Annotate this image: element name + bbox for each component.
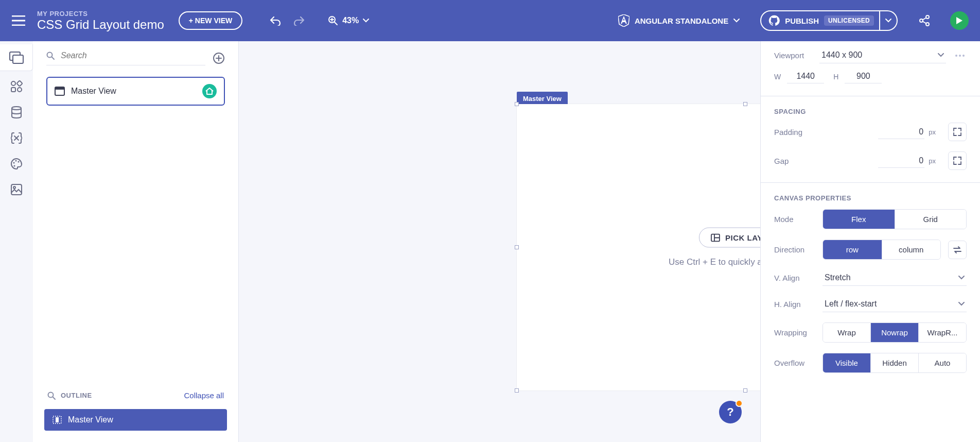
breadcrumb[interactable]: MY PROJECTS: [37, 10, 164, 18]
outline-item-label: Master View: [68, 415, 113, 424]
chevron-down-icon: [885, 19, 891, 23]
mode-flex-button[interactable]: Flex: [823, 210, 895, 229]
svg-rect-15: [11, 184, 22, 195]
view-item-master[interactable]: Master View: [46, 77, 225, 106]
svg-rect-8: [11, 88, 15, 92]
height-input[interactable]: [845, 70, 882, 83]
valign-select[interactable]: Stretch: [822, 270, 967, 286]
svg-point-3: [926, 23, 929, 26]
outline-item-master[interactable]: Master View: [44, 409, 227, 431]
publish-label: PUBLISH: [785, 16, 819, 25]
svg-point-1: [920, 19, 923, 22]
play-icon: [956, 16, 963, 25]
chevron-down-icon: [363, 19, 369, 23]
canvas[interactable]: Master View PICK LAYOUT Use Ctrl + E to …: [239, 41, 760, 442]
svg-rect-5: [13, 55, 23, 63]
svg-rect-23: [56, 417, 59, 422]
viewport-select[interactable]: 1440 x 900: [819, 47, 946, 63]
framework-select[interactable]: ANGULAR STANDALONE: [618, 14, 740, 27]
svg-point-14: [14, 165, 15, 167]
overflow-label: Overflow: [774, 359, 815, 367]
help-icon: ?: [727, 405, 733, 419]
direction-row-button[interactable]: row: [823, 240, 882, 259]
search-field[interactable]: [46, 50, 205, 65]
new-view-label: + NEW VIEW: [189, 16, 232, 25]
halign-select[interactable]: Left / flex-start: [822, 296, 967, 312]
svg-point-17: [47, 53, 52, 58]
rail-assets-tab[interactable]: [6, 179, 27, 200]
svg-point-13: [18, 161, 20, 163]
search-input[interactable]: [60, 50, 205, 61]
add-view-button[interactable]: [213, 52, 225, 64]
direction-swap-button[interactable]: [948, 241, 967, 259]
overflow-auto-button[interactable]: Auto: [918, 353, 966, 372]
views-panel: Master View OUTLINE Collapse all Master …: [33, 41, 239, 442]
publish-dropdown[interactable]: [880, 10, 898, 31]
rail-components-tab[interactable]: [6, 76, 27, 97]
resize-handle[interactable]: [743, 102, 747, 106]
padding-label: Padding: [774, 128, 815, 137]
zoom-control[interactable]: 43%: [328, 15, 369, 26]
rail-theme-tab[interactable]: [6, 154, 27, 174]
overflow-visible-button[interactable]: Visible: [823, 353, 870, 372]
home-badge[interactable]: [202, 84, 217, 98]
svg-point-25: [955, 55, 957, 57]
resize-handle[interactable]: [515, 245, 519, 249]
overflow-hidden-button[interactable]: Hidden: [870, 353, 918, 372]
direction-column-button[interactable]: column: [882, 240, 941, 259]
notification-dot: [736, 400, 743, 407]
width-label: W: [774, 73, 781, 81]
svg-rect-7: [16, 80, 22, 86]
gap-input[interactable]: [878, 154, 924, 168]
publish-button[interactable]: PUBLISH UNLICENSED: [760, 10, 880, 31]
valign-value: Stretch: [825, 273, 851, 282]
share-icon[interactable]: [917, 13, 932, 28]
expand-icon: [953, 156, 962, 165]
resize-handle[interactable]: [515, 102, 519, 106]
wrap-button[interactable]: Wrap: [823, 323, 870, 342]
canvas-props-title: CANVAS PROPERTIES: [761, 187, 980, 204]
rail-views-tab[interactable]: [0, 44, 33, 71]
nowrap-button[interactable]: Nowrap: [870, 323, 918, 342]
artboard-tag[interactable]: Master View: [517, 92, 568, 106]
wrapreverse-button[interactable]: WrapR...: [918, 323, 966, 342]
halign-label: H. Align: [774, 300, 815, 309]
title-block: MY PROJECTS CSS Grid Layout demo: [37, 10, 164, 32]
mode-grid-button[interactable]: Grid: [895, 210, 967, 229]
preview-button[interactable]: [950, 11, 969, 30]
resize-handle[interactable]: [515, 388, 519, 393]
gap-unit: px: [929, 157, 936, 165]
artboard[interactable]: PICK LAYOUT Use Ctrl + E to quickly add …: [517, 104, 760, 390]
canvas-hint: Use Ctrl + E to quickly add components: [669, 257, 760, 267]
pick-layout-button[interactable]: PICK LAYOUT: [699, 228, 760, 248]
angular-icon: [618, 14, 629, 27]
rail-data-tab[interactable]: [6, 102, 27, 123]
gap-expand-button[interactable]: [948, 151, 967, 170]
menu-icon[interactable]: [11, 13, 26, 28]
svg-point-11: [13, 162, 15, 164]
license-badge: UNLICENSED: [824, 15, 874, 26]
padding-unit: px: [929, 128, 936, 136]
viewport-value: 1440 x 900: [821, 50, 862, 60]
properties-panel: Viewport 1440 x 900 W H SPACING Padding: [760, 41, 980, 442]
outline-title: OUTLINE: [61, 392, 92, 399]
svg-point-9: [18, 88, 22, 92]
padding-input[interactable]: [878, 125, 924, 139]
collapse-all-button[interactable]: Collapse all: [184, 391, 224, 400]
help-button[interactable]: ?: [719, 401, 742, 423]
viewport-label: Viewport: [774, 51, 812, 60]
viewport-more[interactable]: [953, 55, 967, 57]
project-title: CSS Grid Layout demo: [37, 18, 164, 32]
search-icon: [46, 52, 55, 60]
undo-icon[interactable]: [268, 13, 283, 28]
height-label: H: [833, 73, 838, 81]
width-input[interactable]: [787, 70, 824, 83]
padding-expand-button[interactable]: [948, 123, 967, 141]
resize-handle[interactable]: [743, 388, 747, 393]
chevron-down-icon: [938, 53, 944, 57]
svg-point-26: [959, 55, 961, 57]
new-view-button[interactable]: + NEW VIEW: [179, 11, 242, 30]
chevron-down-icon: [958, 302, 965, 306]
overflow-segmented: Visible Hidden Auto: [822, 353, 967, 373]
rail-variables-tab[interactable]: [6, 128, 27, 148]
